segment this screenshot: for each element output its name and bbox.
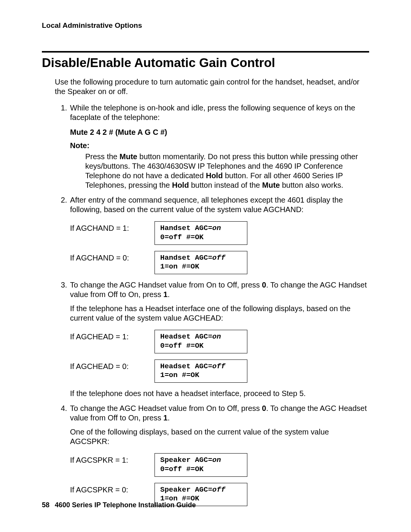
display-state: off — [212, 486, 225, 494]
note-text: button instead of the — [189, 181, 262, 189]
display-row: If AGCHEAD = 0: Headset AGC=off 1=on #=O… — [70, 359, 369, 383]
text: To change the AGC Headset value from On … — [70, 404, 262, 412]
display-condition: If AGCHEAD = 0: — [70, 359, 155, 371]
running-header: Local Administrative Options — [42, 21, 369, 30]
page-footer: 584600 Series IP Telephone Installation … — [42, 501, 196, 510]
display-line: Headset AGC= — [160, 332, 212, 341]
section-title: Disable/Enable Automatic Gain Control — [42, 55, 369, 70]
note-label: Note: — [70, 141, 369, 150]
display-line: 0=off #=OK — [160, 465, 242, 474]
section-rule — [42, 51, 369, 53]
display-box: Headset AGC=off 1=on #=OK — [155, 359, 247, 383]
display-state: off — [212, 254, 225, 262]
step-1: While the telephone is on-hook and idle,… — [69, 103, 369, 190]
step-3-para3: If the telephone does not have a headset… — [70, 389, 369, 398]
display-box: Handset AGC=on 0=off #=OK — [155, 221, 247, 245]
key-0: 0 — [262, 404, 266, 412]
step-4: To change the AGC Headset value from On … — [69, 404, 369, 506]
agchand-display-table: If AGCHAND = 1: Handset AGC=on 0=off #=O… — [70, 221, 369, 274]
key-1: 1 — [163, 414, 167, 422]
intro-paragraph: Use the following procedure to turn auto… — [55, 77, 369, 96]
display-state: on — [212, 224, 221, 232]
mute-keyword: Mute — [262, 181, 280, 189]
note-body: Press the Mute button momentarily. Do no… — [85, 152, 369, 190]
display-line: Speaker AGC= — [160, 456, 212, 464]
step-3-para2: If the telephone has a Headset interface… — [70, 304, 369, 323]
display-line: 0=off #=OK — [160, 342, 242, 351]
display-line: Headset AGC= — [160, 362, 212, 371]
key-sequence: Mute 2 4 2 # (Mute A G C #) — [70, 128, 369, 137]
agchead-display-table: If AGCHEAD = 1: Headset AGC=on 0=off #=O… — [70, 330, 369, 383]
display-condition: If AGCSPKR = 1: — [70, 453, 155, 465]
key-0: 0 — [262, 281, 266, 289]
page-number: 58 — [42, 501, 49, 510]
procedure-list: While the telephone is on-hook and idle,… — [55, 103, 369, 506]
display-line: Handset AGC= — [160, 254, 212, 262]
step-4-para2: One of the following displays, based on … — [70, 427, 369, 446]
display-row: If AGCHAND = 0: Handset AGC=off 1=on #=O… — [70, 251, 369, 275]
footer-title: 4600 Series IP Telephone Installation Gu… — [55, 501, 196, 509]
display-row: If AGCSPKR = 1: Speaker AGC=on 0=off #=O… — [70, 453, 369, 477]
display-row: If AGCHAND = 1: Handset AGC=on 0=off #=O… — [70, 221, 369, 245]
display-box: Headset AGC=on 0=off #=OK — [155, 330, 247, 353]
note-text: Press the — [85, 152, 119, 161]
display-state: on — [212, 456, 221, 464]
step-2: After entry of the command sequence, all… — [69, 195, 369, 274]
display-line: 1=on #=OK — [160, 371, 242, 380]
display-box: Speaker AGC=on 0=off #=OK — [155, 453, 247, 477]
display-state: off — [212, 362, 225, 371]
display-box: Handset AGC=off 1=on #=OK — [155, 251, 247, 275]
display-condition: If AGCHAND = 0: — [70, 251, 155, 263]
hold-keyword: Hold — [172, 181, 189, 189]
step-1-text: While the telephone is on-hook and idle,… — [70, 104, 355, 121]
display-condition: If AGCHAND = 1: — [70, 221, 155, 233]
step-3: To change the AGC Handset value from On … — [69, 280, 369, 398]
key-1: 1 — [163, 290, 167, 299]
display-line: Speaker AGC= — [160, 486, 212, 494]
page: Local Administrative Options Disable/Ena… — [0, 0, 411, 532]
note-text: button also works. — [280, 181, 343, 189]
step-3-text: To change the AGC Handset value from On … — [70, 281, 367, 299]
step-4-text: To change the AGC Headset value from On … — [70, 404, 367, 422]
display-condition: If AGCHEAD = 1: — [70, 330, 155, 342]
display-line: 1=on #=OK — [160, 262, 242, 272]
hold-keyword: Hold — [206, 171, 223, 180]
agcspkr-display-table: If AGCSPKR = 1: Speaker AGC=on 0=off #=O… — [70, 453, 369, 506]
step-2-text: After entry of the command sequence, all… — [70, 196, 343, 214]
display-line: Handset AGC= — [160, 224, 212, 232]
text: . — [167, 290, 170, 299]
display-condition: If AGCSPKR = 0: — [70, 483, 155, 495]
text: . — [167, 414, 170, 422]
display-row: If AGCHEAD = 1: Headset AGC=on 0=off #=O… — [70, 330, 369, 353]
text: To change the AGC Handset value from On … — [70, 281, 262, 289]
display-line: 0=off #=OK — [160, 233, 242, 242]
mute-keyword: Mute — [119, 152, 137, 161]
display-state: on — [212, 332, 221, 341]
